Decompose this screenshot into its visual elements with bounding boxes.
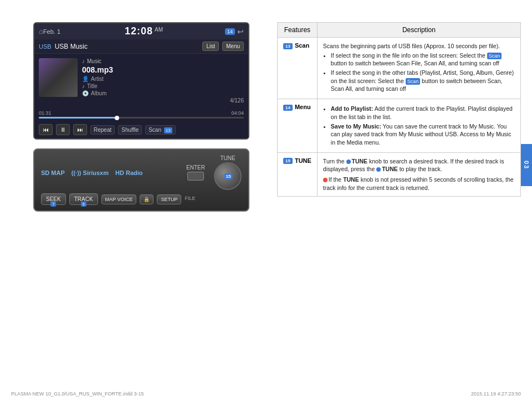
desc-cell-scan: Scans the beginning parts of USB files (… [317, 38, 520, 99]
setup-button[interactable]: SETUP [157, 194, 181, 204]
controls-row: ⏮ ⏸ ⏭ Repeat Shuffle Scan 13 [34, 122, 248, 138]
hd-radio-logo: HD Radio [115, 169, 143, 176]
progress-fill [39, 117, 117, 119]
track-filename: 008.mp3 [82, 65, 244, 74]
screen-header: ⌂ Feb. 1 12:08 AM 14 ↩ [34, 23, 248, 39]
track-count: 4/126 [82, 97, 244, 104]
table-row-tune: 15TUNE Turn the TUNE knob to search a de… [278, 152, 521, 197]
music-icon: ♪ [82, 58, 85, 64]
progress-times: 01:31 04:04 [39, 110, 244, 116]
menu-button[interactable]: Menu [222, 42, 244, 51]
screen-subheader: USB USB Music List Menu [34, 39, 248, 54]
back-arrow-icon[interactable]: ↩ [237, 27, 244, 36]
screen-content: ♪ Music 008.mp3 👤 Artist ♪ Title 💿 Album… [34, 54, 248, 109]
track-info: ♪ Music 008.mp3 👤 Artist ♪ Title 💿 Album… [82, 58, 244, 105]
total-time: 04:04 [231, 110, 244, 116]
progress-section: 01:31 04:04 [34, 109, 248, 122]
progress-dot [115, 116, 119, 120]
feature-cell-scan: 13Scan [278, 38, 318, 99]
map-voice-button[interactable]: MAP VOICE [101, 194, 137, 204]
hw-buttons-row: SEEK 7 TRACK 9 MAP VOICE 🔒 SETUP FILE [41, 193, 242, 205]
right-panel: Features Description 13Scan Scans the be… [277, 22, 521, 197]
lock-icon: 🔒 [144, 197, 150, 202]
tune-description: Turn the TUNE knob to search a desired t… [323, 157, 515, 192]
footer-left: PLASMA NEW 10_G1.0/USA_RUS_WIN_FORTE.ind… [11, 391, 144, 397]
screen-date: Feb. 1 [43, 28, 60, 35]
footer-right: 2015.11.19 4:27:23:50 [471, 391, 521, 397]
lock-button[interactable]: 🔒 [140, 194, 154, 204]
usb-title: USB Music [55, 43, 200, 50]
left-panel: ⌂ Feb. 1 12:08 AM 14 ↩ USB USB Music Lis… [33, 22, 255, 212]
usb-icon: USB [39, 43, 52, 50]
scan-button[interactable]: Scan 13 [145, 125, 175, 135]
title-icon: ♪ [82, 83, 85, 89]
badge-14: 14 [225, 28, 235, 35]
desc-cell-tune: Turn the TUNE knob to search a desired t… [317, 152, 520, 197]
prev-button[interactable]: ⏮ [39, 124, 53, 135]
col-features: Features [278, 23, 318, 38]
car-screen: ⌂ Feb. 1 12:08 AM 14 ↩ USB USB Music Lis… [33, 22, 249, 140]
menu-description: Add to Playlist: Add the current track t… [323, 105, 515, 146]
album-art [39, 58, 78, 97]
screen-ampm: AM [155, 27, 163, 33]
track-title: Title [87, 83, 98, 89]
table-row-scan: 13Scan Scans the beginning parts of USB … [278, 38, 521, 99]
album-icon: 💿 [82, 90, 89, 96]
seek-button[interactable]: SEEK 7 [41, 193, 66, 205]
tune-label-hw: TUNE [220, 155, 235, 161]
track-button[interactable]: TRACK 9 [69, 193, 98, 205]
feature-cell-tune: 15TUNE [278, 152, 318, 197]
file-label: FILE [185, 196, 195, 201]
progress-bar[interactable] [39, 117, 244, 119]
feature-cell-menu: 14Menu [278, 99, 318, 152]
badge-15-table: 15 [283, 158, 293, 164]
section-tab: 03 [521, 144, 532, 186]
shuffle-button[interactable]: Shuffle [118, 125, 142, 135]
track-album: Album [91, 90, 106, 96]
screen-time: 12:08 [125, 25, 153, 37]
track-badge: 9 [81, 202, 86, 207]
tune-knob[interactable]: 15 [214, 162, 242, 190]
page-footer: PLASMA NEW 10_G1.0/USA_RUS_WIN_FORTE.ind… [0, 391, 532, 397]
hw-panel: SD MAP ((·)) Siriusxm HD Radio ENTER TUN… [33, 148, 249, 212]
feature-name-scan: 13Scan [283, 42, 309, 49]
artist-icon: 👤 [82, 76, 89, 82]
feature-name-menu: 14Menu [283, 104, 311, 110]
track-category: Music [87, 58, 101, 64]
scan-highlight-2: Scan [406, 78, 421, 85]
scan-highlight-1: Scan [487, 53, 502, 59]
enter-button[interactable] [187, 172, 204, 181]
play-pause-button[interactable]: ⏸ [56, 124, 70, 135]
repeat-button[interactable]: Repeat [90, 125, 115, 135]
feature-name-tune: 15TUNE [283, 157, 311, 164]
sd-map-logo: SD MAP [41, 169, 65, 176]
features-table: Features Description 13Scan Scans the be… [277, 22, 521, 197]
hw-top-row: SD MAP ((·)) Siriusxm HD Radio ENTER TUN… [41, 155, 242, 190]
home-icon[interactable]: ⌂ [39, 27, 43, 35]
desc-cell-menu: Add to Playlist: Add the current track t… [317, 99, 520, 152]
album-art-image [39, 58, 78, 97]
screen-header-right: 14 ↩ [225, 27, 244, 36]
track-artist: Artist [91, 76, 104, 82]
table-row-menu: 14Menu Add to Playlist: Add the current … [278, 99, 521, 152]
hw-logos-group: SD MAP ((·)) Siriusxm HD Radio [41, 169, 182, 176]
badge-14-table: 14 [283, 105, 293, 111]
tune-knob-badge: 15 [224, 173, 233, 179]
next-button[interactable]: ⏭ [73, 124, 87, 135]
scan-badge: 13 [164, 127, 172, 133]
current-time: 01:31 [39, 110, 52, 116]
col-description: Description [317, 23, 520, 38]
badge-13: 13 [283, 43, 293, 49]
scan-description: Scans the beginning parts of USB files (… [323, 42, 515, 93]
seek-badge: 7 [50, 202, 56, 207]
enter-label: ENTER [186, 164, 205, 171]
list-button[interactable]: List [202, 42, 219, 51]
sirius-logo: ((·)) Siriusxm [71, 169, 109, 176]
